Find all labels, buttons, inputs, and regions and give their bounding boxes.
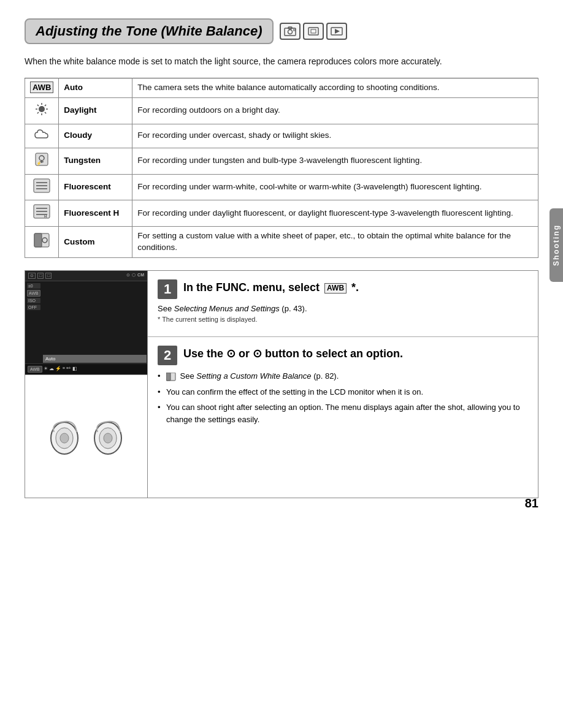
desc-cell-fluorescent-h: For recording under daylight fluorescent… <box>132 200 538 227</box>
mode-icons: M <box>280 23 347 40</box>
step-image-column: ⊙ □ □ ⊙ ⬡ CM ±0 <box>25 271 148 498</box>
desc-cell-custom: For setting a custom value with a white … <box>132 227 538 258</box>
mode-icon-play <box>326 23 347 40</box>
icon-cell-custom <box>25 227 59 258</box>
custom-wb-icon <box>34 233 50 248</box>
desc-cell-auto: The camera sets the white balance automa… <box>132 78 538 98</box>
icon-cell-auto: AWB <box>25 78 59 98</box>
svg-line-15 <box>45 105 46 106</box>
table-row: H Fluorescent H For recording under dayl… <box>25 200 538 227</box>
desc-cell-daylight: For recording outdoors on a bright day. <box>132 97 538 124</box>
step-2-bullet-2: You can confirm the effect of the settin… <box>158 386 528 398</box>
svg-rect-4 <box>308 28 318 35</box>
intro-text: When the white balance mode is set to ma… <box>25 55 538 68</box>
desc-cell-fluorescent: For recording under warm-white, cool-whi… <box>132 174 538 200</box>
step-1-header: 1 In the FUNC. menu, select AWB *. <box>158 279 528 299</box>
step-2-bullet-1: See Setting a Custom White Balance (p. 8… <box>158 370 528 382</box>
table-row: Cloudy For recording under overcast, sha… <box>25 124 538 148</box>
func-menu-awb-icon: AWB <box>324 283 347 294</box>
wb-table: AWB Auto The camera sets the white balan… <box>25 78 538 258</box>
table-row: AWB Auto The camera sets the white balan… <box>25 78 538 98</box>
right-dial-icon <box>91 417 125 457</box>
svg-rect-5 <box>311 29 316 33</box>
mode-icon-camera: M <box>280 23 301 40</box>
cloud-icon <box>34 128 50 140</box>
custom-wb-inline-icon <box>166 373 176 381</box>
name-cell-fluorescent: Fluorescent <box>59 174 132 200</box>
step-text-column: 1 In the FUNC. menu, select AWB *. See S… <box>148 271 538 498</box>
step-2-header: 2 Use the ⊙ or ⊙ button to select an opt… <box>158 346 528 365</box>
desc-cell-tungsten: For recording under tungsten and bulb-ty… <box>132 148 538 174</box>
svg-text:M: M <box>293 28 296 32</box>
icon-cell-fluorescent-h: H <box>25 200 59 227</box>
step-1-title-text: In the FUNC. menu, select <box>183 281 320 294</box>
svg-line-14 <box>45 112 46 113</box>
page-title: Adjusting the Tone (White Balance) <box>25 18 274 44</box>
step-1-note: * The current setting is displayed. <box>158 316 528 323</box>
svg-rect-32 <box>34 233 42 247</box>
table-row: Fluorescent For recording under warm-whi… <box>25 174 538 200</box>
desc-cell-cloudy: For recording under overcast, shady or t… <box>132 124 538 148</box>
sun-icon <box>34 102 49 116</box>
sidebar-tab-label: Shooting <box>552 224 561 266</box>
step-1-title-suffix: *. <box>351 281 359 294</box>
step-2-bullets: See Setting a Custom White Balance (p. 8… <box>158 370 528 425</box>
step-1-title: In the FUNC. menu, select AWB *. <box>183 279 359 295</box>
svg-rect-41 <box>166 373 170 381</box>
svg-marker-7 <box>335 29 340 34</box>
name-cell-fluorescent-h: Fluorescent H <box>59 200 132 227</box>
step-2-bullet-1-italic: Setting a Custom White Balance <box>196 371 311 381</box>
name-cell-custom: Custom <box>59 227 132 258</box>
table-row: ⚡ Tungsten For recording under tungsten … <box>25 148 538 174</box>
step-2-bullet-3: You can shoot right after selecting an o… <box>158 401 528 425</box>
svg-point-36 <box>60 433 69 443</box>
dial-buttons-image <box>25 375 147 498</box>
svg-point-8 <box>39 106 45 112</box>
svg-point-39 <box>104 433 112 443</box>
left-dial-icon <box>48 417 82 457</box>
name-cell-tungsten: Tungsten <box>59 148 132 174</box>
mode-icon-square <box>303 23 324 40</box>
fluorescent-icon <box>33 178 50 193</box>
icon-cell-cloudy <box>25 124 59 148</box>
icon-cell-tungsten: ⚡ <box>25 148 59 174</box>
step-2-number: 2 <box>158 346 177 365</box>
step-1-subtitle-italic: Selecting Menus and Settings <box>174 304 280 313</box>
fluorescent-h-icon: H <box>33 204 50 219</box>
svg-text:H: H <box>44 214 47 218</box>
svg-line-16 <box>37 112 39 113</box>
header-title-box: Adjusting the Tone (White Balance) M <box>25 18 538 44</box>
name-cell-daylight: Daylight <box>59 97 132 124</box>
name-cell-cloudy: Cloudy <box>59 124 132 148</box>
step-2-block: 2 Use the ⊙ or ⊙ button to select an opt… <box>148 337 538 438</box>
icon-cell-fluorescent <box>25 174 59 200</box>
awb-icon: AWB <box>30 82 53 93</box>
icon-cell-daylight <box>25 97 59 124</box>
page-container: Adjusting the Tone (White Balance) M <box>0 0 563 523</box>
step-1-number: 1 <box>158 279 177 299</box>
svg-point-1 <box>288 30 292 34</box>
step-1-block: 1 In the FUNC. menu, select AWB *. See S… <box>148 271 538 337</box>
page-number: 81 <box>525 496 538 510</box>
svg-line-13 <box>37 105 39 106</box>
table-row: Daylight For recording outdoors on a bri… <box>25 97 538 124</box>
svg-text:⚡: ⚡ <box>36 161 42 166</box>
step-1-subtitle: See Selecting Menus and Settings (p. 43)… <box>158 304 528 313</box>
camera-screen-image: ⊙ □ □ ⊙ ⬡ CM ±0 <box>25 271 147 375</box>
tungsten-icon: ⚡ <box>34 152 49 167</box>
name-cell-auto: Auto <box>59 78 132 98</box>
table-row: Custom For setting a custom value with a… <box>25 227 538 258</box>
step-2-title: Use the ⊙ or ⊙ button to select an optio… <box>183 346 403 361</box>
steps-section: ⊙ □ □ ⊙ ⬡ CM ±0 <box>25 270 538 498</box>
sidebar-tab: Shooting <box>550 208 563 282</box>
